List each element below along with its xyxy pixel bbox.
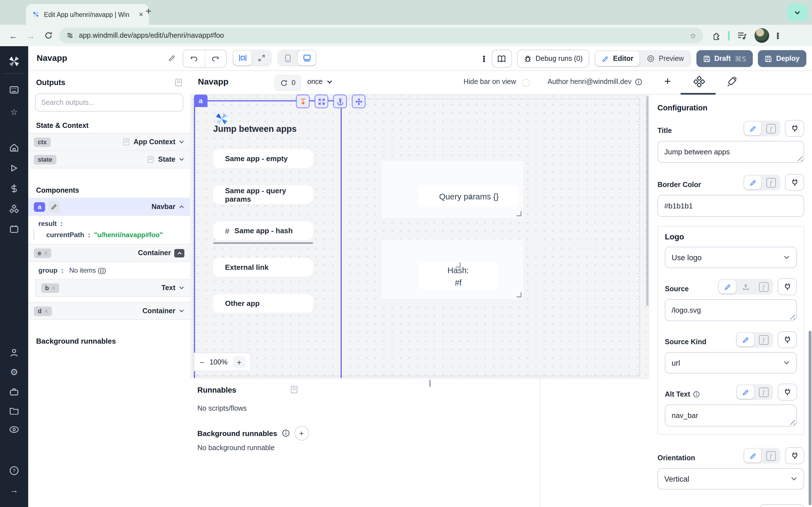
runnables-doc-icon[interactable] (290, 385, 298, 394)
resize-corner[interactable] (516, 211, 522, 216)
zoom-in-button[interactable]: + (233, 356, 245, 368)
zoom-out-button[interactable]: − (200, 357, 204, 367)
textarea-resize-icon[interactable] (797, 156, 802, 161)
redo-button[interactable] (205, 55, 226, 62)
full-width-layout-button[interactable] (253, 51, 271, 65)
sidebar-item-help[interactable]: ? (9, 466, 19, 475)
sidebar-item-users[interactable] (10, 348, 18, 357)
selected-navbar-component[interactable]: a (194, 100, 342, 378)
more-options-icon[interactable]: ••• (483, 55, 486, 62)
static-pencil-icon[interactable] (744, 176, 761, 189)
info-icon[interactable] (693, 391, 700, 398)
reload-icon[interactable] (45, 32, 52, 40)
mobile-view-button[interactable] (278, 51, 297, 65)
sidebar-item-schedules[interactable] (10, 225, 18, 233)
editor-tab[interactable]: Editor (596, 51, 640, 66)
undo-button[interactable] (183, 50, 205, 67)
container-e-collapse-button[interactable] (174, 249, 185, 257)
bookmark-star-icon[interactable]: ☆ (690, 31, 696, 40)
media-controls-icon[interactable] (737, 31, 747, 40)
url-bar[interactable]: app.windmill.dev/apps/edit/u/henri/navap… (59, 27, 703, 43)
deploy-button[interactable]: Deploy (758, 50, 806, 67)
canvas-scrollbar[interactable] (646, 96, 649, 306)
ctx-chevron-down-icon[interactable] (179, 139, 185, 145)
search-outputs-input[interactable]: Search outputs... (35, 94, 183, 112)
connect-plug-icon[interactable] (785, 174, 804, 191)
container-d-chevron-down-icon[interactable] (179, 308, 185, 314)
canvas-grid[interactable]: a (190, 95, 650, 379)
fx-icon[interactable]: f (762, 122, 779, 135)
connect-plug-icon[interactable] (777, 384, 797, 400)
static-pencil-icon[interactable] (719, 280, 736, 293)
forward-icon[interactable]: → (27, 31, 35, 40)
add-background-runnable-button[interactable]: + (294, 426, 309, 441)
info-icon[interactable] (635, 78, 642, 86)
profile-avatar[interactable] (755, 28, 769, 43)
browser-menu-icon[interactable]: ••• (776, 32, 779, 39)
insert-component-tab[interactable]: + (664, 75, 671, 88)
rename-pencil-icon[interactable] (168, 54, 176, 62)
resize-corner[interactable] (466, 194, 471, 199)
new-tab-button[interactable]: + (146, 6, 151, 17)
nav-item-external-link[interactable]: External link (213, 258, 313, 277)
source-input[interactable]: /logo.svg (665, 299, 797, 321)
nav-item-same-app-query-params[interactable]: Same app - query params (213, 185, 313, 204)
browser-tab[interactable]: Edit App u/henri/navapp | Win × (26, 4, 149, 25)
static-pencil-icon[interactable] (737, 333, 754, 346)
anchor-icon[interactable] (333, 95, 347, 108)
sidebar-item-home[interactable] (9, 143, 19, 152)
component-settings-tab[interactable] (694, 76, 705, 87)
sidebar-item-runs[interactable] (10, 164, 18, 172)
title-input[interactable]: Jump between apps (658, 141, 804, 163)
desktop-view-button[interactable] (298, 51, 316, 65)
state-row[interactable]: state State (28, 151, 190, 168)
info-icon[interactable] (282, 429, 290, 437)
sidebar-item-audit-logs[interactable] (9, 426, 19, 433)
connect-plug-icon[interactable] (777, 278, 797, 295)
sidebar-item-folders[interactable] (9, 407, 19, 414)
state-chevron-down-icon[interactable] (179, 157, 185, 162)
run-mode-select[interactable]: once (307, 78, 333, 86)
component-row-navbar[interactable]: a Navbar (28, 198, 190, 216)
textarea-resize-icon[interactable] (790, 314, 795, 320)
connect-plug-icon[interactable] (777, 331, 797, 348)
static-pencil-icon[interactable] (744, 449, 761, 462)
alt-text-input[interactable]: nav_bar (665, 404, 797, 427)
text-b-chevron-down-icon[interactable] (179, 285, 185, 291)
window-chevron-button[interactable] (787, 4, 808, 21)
extensions-puzzle-icon[interactable] (711, 31, 721, 40)
back-icon[interactable]: ← (9, 31, 17, 40)
fx-icon[interactable]: f (755, 280, 772, 293)
static-pencil-icon[interactable] (744, 122, 761, 135)
upload-icon[interactable] (737, 280, 754, 293)
hash-container[interactable]: Hash: #f (382, 240, 523, 299)
query-params-container[interactable]: Query params {} (382, 161, 523, 218)
sidebar-item-resources[interactable] (9, 205, 19, 214)
docs-book-button[interactable] (492, 50, 512, 68)
styling-tab[interactable] (726, 76, 738, 87)
source-kind-select[interactable]: url (665, 352, 797, 374)
draft-button[interactable]: Draft ⌘S (696, 50, 753, 67)
sidebar-item-apps[interactable] (9, 86, 19, 94)
sidebar-item-variables[interactable] (10, 184, 18, 193)
fx-icon[interactable]: f (755, 385, 772, 399)
logo-mode-select[interactable]: Use logo (665, 247, 797, 268)
centered-layout-button[interactable] (234, 51, 252, 65)
expand-down-icon[interactable] (296, 95, 310, 108)
component-row-text-b[interactable]: b☝ Text (35, 279, 190, 297)
fx-icon[interactable]: f (762, 449, 779, 462)
settings-scrollbar[interactable] (809, 331, 811, 505)
preview-tab[interactable]: Preview (641, 51, 690, 66)
component-row-container-e[interactable]: e☝ Container (28, 244, 190, 262)
sidebar-collapse-icon[interactable]: → (10, 486, 18, 494)
ctx-row[interactable]: ctx App Context (28, 133, 190, 151)
textarea-resize-icon[interactable] (790, 419, 795, 425)
nav-item-same-app-hash[interactable]: # Same app - hash (213, 221, 313, 240)
resize-corner[interactable] (456, 263, 461, 268)
nav-item-same-app-empty[interactable]: Same app - empty (213, 149, 313, 168)
navbar-chevron-up-icon[interactable] (179, 204, 185, 210)
refresh-count-button[interactable]: 0 (274, 75, 301, 91)
sidebar-item-settings-icon[interactable]: ⚙ (10, 368, 18, 377)
connect-plug-icon[interactable] (785, 447, 804, 464)
sidebar-item-favorites[interactable]: ☆ (10, 108, 18, 117)
